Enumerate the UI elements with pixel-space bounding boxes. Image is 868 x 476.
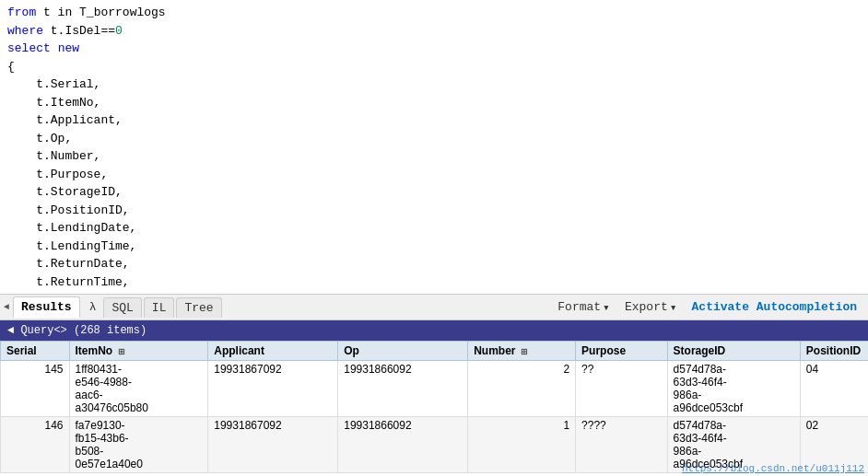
table-cell: ?? [576, 361, 668, 417]
tab-collapse-arrow[interactable]: ◄ [4, 302, 9, 312]
query-info-label: ◄ Query<> (268 items) [7, 324, 147, 337]
tab-tree[interactable]: Tree [176, 297, 221, 318]
table-cell: 19931867092 [208, 361, 338, 417]
table-cell: 146 [1, 417, 70, 473]
table-cell: ???? [576, 417, 668, 473]
col-header-number[interactable]: Number ⊞ [468, 342, 576, 361]
results-panel: ◄ Query<> (268 items) Serial ItemNo ⊞ Ap… [0, 320, 868, 476]
table-cell: 04 [800, 361, 868, 417]
results-table-wrapper[interactable]: Serial ItemNo ⊞ Applicant Op Number ⊞ Pu… [0, 341, 868, 476]
format-button[interactable]: Format ▾ [550, 298, 617, 317]
tab-il[interactable]: IL [144, 297, 175, 318]
table-cell: 19931867092 [208, 417, 338, 473]
table-cell: 145 [1, 361, 70, 417]
table-header-row: Serial ItemNo ⊞ Applicant Op Number ⊞ Pu… [1, 342, 869, 361]
code-line-line15: t.ReturnDate, [7, 255, 861, 273]
code-line-line14: t.LendingTime, [7, 238, 861, 256]
code-line-line7: t.Applicant, [7, 111, 861, 130]
results-table: Serial ItemNo ⊞ Applicant Op Number ⊞ Pu… [0, 341, 868, 473]
activate-autocompletion-button[interactable]: Activate Autocompletion [685, 298, 864, 316]
col-header-itemno[interactable]: ItemNo ⊞ [69, 342, 208, 361]
code-line-line3: select new [7, 40, 861, 58]
table-cell: d574d78a- 63d3-46f4- 986a- a96dce053cbf [667, 361, 800, 417]
code-line-line6: t.ItemNo, [7, 94, 861, 112]
code-line-line5: t.Serial, [7, 75, 861, 94]
code-line-line2: where t.IsDel==0 [7, 22, 861, 41]
col-header-applicant[interactable]: Applicant [208, 342, 338, 361]
code-line-line1: from t in T_borrowlogs [7, 4, 861, 22]
table-cell: 2 [468, 361, 576, 417]
table-cell: 19931866092 [338, 417, 468, 473]
tab-sql[interactable]: SQL [103, 297, 141, 318]
table-cell: fa7e9130- fb15-43b6- b508- 0e57e1a40e0 [69, 417, 208, 473]
code-line-line13: t.LendingDate, [7, 219, 861, 238]
col-header-purpose[interactable]: Purpose [576, 342, 668, 361]
code-line-line12: t.PositionID, [7, 202, 861, 220]
query-info-bar: ◄ Query<> (268 items) [0, 320, 868, 341]
code-line-line4: { [7, 58, 861, 76]
col-header-op[interactable]: Op [338, 342, 468, 361]
code-line-line10: t.Purpose, [7, 166, 861, 184]
table-cell: 19931866092 [338, 361, 468, 417]
code-editor[interactable]: from t in T_borrowlogswhere t.IsDel==0se… [0, 0, 868, 295]
tab-results[interactable]: Results [13, 296, 80, 318]
tab-bar: ◄ Results λ SQL IL Tree Format ▾ Export … [0, 295, 868, 320]
code-line-line11: t.StorageID, [7, 183, 861, 202]
table-row[interactable]: 1451ff80431- e546-4988- aac6- a30476c05b… [1, 361, 869, 417]
col-header-positionid[interactable]: PositionID [800, 342, 868, 361]
code-line-line9: t.Number, [7, 147, 861, 166]
table-body: 1451ff80431- e546-4988- aac6- a30476c05b… [1, 361, 869, 473]
code-line-line16: t.ReturnTime, [7, 273, 861, 292]
table-cell: 1ff80431- e546-4988- aac6- a30476c05b80 [69, 361, 208, 417]
tab-lambda[interactable]: λ [82, 297, 104, 317]
code-line-line8: t.Op, [7, 130, 861, 148]
col-header-storageid[interactable]: StorageID [667, 342, 800, 361]
export-button[interactable]: Export ▾ [617, 298, 685, 317]
col-header-serial[interactable]: Serial [1, 342, 70, 361]
watermark: https://blog.csdn.net/u011j112 [678, 461, 868, 476]
table-cell: 1 [468, 417, 576, 473]
